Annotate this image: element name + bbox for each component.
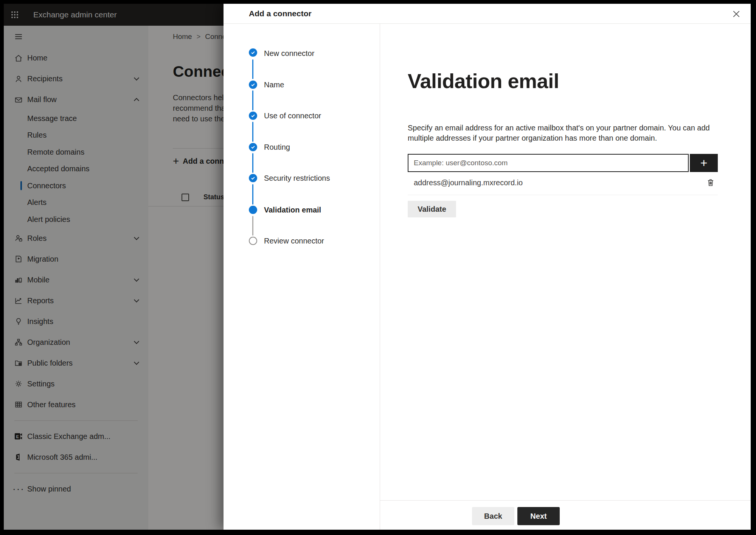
step-completed-icon [249, 112, 257, 120]
wizard-content-panel: Validation email Specify an email addres… [380, 24, 751, 500]
close-button[interactable] [731, 9, 742, 19]
trash-icon [706, 178, 715, 187]
step-connector-line [252, 59, 253, 79]
validate-button[interactable]: Validate [408, 201, 456, 217]
step-heading: Validation email [408, 69, 559, 93]
wizard-steps-panel: New connector Name Use of connector [224, 24, 380, 530]
step-label: Security restrictions [264, 174, 330, 183]
step-completed-icon [249, 48, 257, 57]
step-label: Routing [264, 143, 290, 152]
step-completed-icon [249, 143, 257, 151]
step-label: Review connector [264, 237, 324, 245]
next-button[interactable]: Next [517, 507, 560, 525]
step-label: Validation email [264, 206, 321, 214]
add-email-button[interactable]: + [690, 154, 718, 172]
close-icon [732, 10, 740, 18]
validation-email-input[interactable] [408, 154, 689, 172]
step-connector-line [252, 184, 253, 205]
step-connector-line [252, 122, 253, 142]
step-label: Use of connector [264, 112, 321, 120]
delete-email-button[interactable] [705, 177, 716, 188]
modal-header: Add a connector [224, 4, 751, 24]
step-connector-line [252, 216, 253, 236]
email-address-row: address@journaling.mxrecord.io [408, 174, 718, 192]
desktop: Exchange admin center Home Recipients [4, 4, 751, 530]
step-completed-icon [249, 81, 257, 89]
step-label: New connector [264, 49, 314, 58]
divider [408, 195, 718, 195]
step-upcoming-icon [249, 237, 257, 245]
email-input-row: + [408, 154, 718, 172]
step-connector-line [252, 153, 253, 173]
email-address-value: address@journaling.mxrecord.io [414, 178, 705, 187]
modal-title: Add a connector [249, 9, 312, 18]
back-button[interactable]: Back [472, 507, 514, 525]
step-connector-line [252, 90, 253, 110]
step-current-icon [249, 206, 257, 214]
add-connector-modal: Add a connector New connector Name [224, 4, 751, 530]
step-completed-icon [249, 174, 257, 182]
modal-footer: Back Next [380, 500, 751, 530]
step-description: Specify an email address for an active m… [408, 123, 714, 143]
step-label: Name [264, 81, 284, 89]
